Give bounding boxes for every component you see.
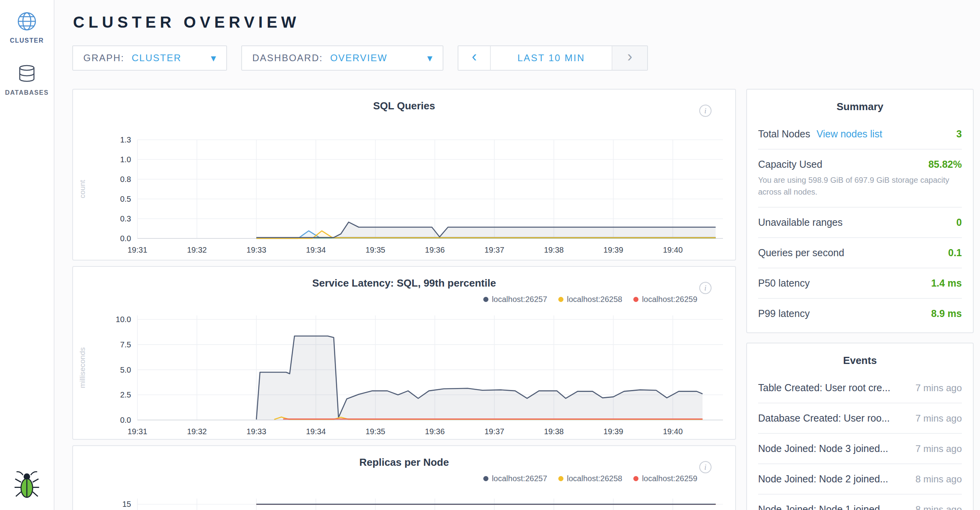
- time-next-button[interactable]: ›: [612, 46, 647, 70]
- chart-svg: 0.00.30.50.81.01.319:3119:3219:3319:3419…: [73, 112, 735, 258]
- sql-queries-panel: SQL Queries i 0.00.30.50.81.01.319:3119:…: [72, 89, 736, 261]
- event-text: Node Joined: Node 2 joined...: [758, 473, 888, 485]
- summary-label: Total Nodes: [758, 128, 810, 140]
- info-icon[interactable]: i: [699, 105, 712, 117]
- database-icon: [17, 63, 36, 85]
- svg-text:19:34: 19:34: [306, 246, 326, 254]
- legend-dot-icon: [558, 297, 563, 302]
- chevron-down-icon: ▾: [211, 52, 216, 64]
- event-row[interactable]: Node Joined: Node 1 joined... 8 mins ago: [758, 495, 962, 510]
- dashboard-dropdown-label: DASHBOARD:: [252, 52, 323, 63]
- event-text: Node Joined: Node 1 joined...: [758, 504, 888, 510]
- dashboard-dropdown-value: OVERVIEW: [330, 52, 387, 63]
- legend-dot-icon: [483, 476, 488, 481]
- svg-text:19:39: 19:39: [603, 427, 623, 436]
- view-nodes-link[interactable]: View nodes list: [817, 128, 882, 140]
- summary-label: P50 latency: [758, 278, 810, 289]
- event-row[interactable]: Database Created: User roo... 7 mins ago: [758, 403, 962, 434]
- svg-text:19:39: 19:39: [603, 246, 623, 254]
- replicas-chart[interactable]: 151019:3119:3219:3319:3419:3519:3619:371…: [73, 483, 735, 510]
- legend-item[interactable]: localhost:26258: [558, 295, 622, 304]
- chart-title: SQL Queries: [73, 97, 735, 112]
- svg-text:count: count: [78, 180, 86, 198]
- legend-label: localhost:26259: [642, 295, 697, 304]
- svg-text:milliseconds: milliseconds: [78, 347, 86, 388]
- svg-text:19:38: 19:38: [544, 246, 564, 254]
- summary-label: Queries per second: [758, 247, 844, 259]
- svg-text:19:32: 19:32: [187, 246, 207, 254]
- legend-item[interactable]: localhost:26259: [633, 295, 697, 304]
- chart-title: Service Latency: SQL, 99th percentile: [73, 274, 735, 289]
- app-root: CLUSTER DATABASES CLUSTER: [0, 0, 980, 510]
- legend-label: localhost:26258: [567, 295, 622, 304]
- replicas-per-node-panel: Replicas per Node i localhost:26257local…: [72, 445, 736, 510]
- sidebar-item-cluster[interactable]: CLUSTER: [10, 11, 44, 44]
- svg-text:7.5: 7.5: [120, 340, 131, 349]
- service-latency-chart[interactable]: 0.02.55.07.510.019:3119:3219:3319:3419:3…: [73, 304, 735, 440]
- time-prev-button[interactable]: ‹: [458, 46, 491, 70]
- svg-text:0.8: 0.8: [120, 175, 131, 184]
- chart-title: Replicas per Node: [73, 453, 735, 469]
- chart-svg: 0.02.55.07.510.019:3119:3219:3319:3419:3…: [73, 304, 735, 440]
- sidebar-item-label: DATABASES: [5, 89, 49, 96]
- legend-label: localhost:26257: [492, 295, 547, 304]
- svg-text:19:35: 19:35: [366, 427, 385, 436]
- summary-value: 8.9 ms: [931, 308, 962, 319]
- svg-text:1.0: 1.0: [120, 155, 131, 164]
- info-icon[interactable]: i: [699, 461, 712, 473]
- summary-value: 1.4 ms: [931, 278, 962, 289]
- sidebar: CLUSTER DATABASES: [0, 0, 54, 510]
- events-panel: Events Table Created: User root cre... 7…: [746, 343, 974, 510]
- event-row[interactable]: Node Joined: Node 3 joined... 7 mins ago: [758, 434, 962, 464]
- svg-text:19:40: 19:40: [663, 246, 683, 254]
- legend-item[interactable]: localhost:26257: [483, 474, 547, 483]
- graph-dropdown-value: CLUSTER: [131, 52, 181, 63]
- event-time: 7 mins ago: [916, 443, 962, 454]
- legend-item[interactable]: localhost:26259: [633, 474, 697, 483]
- summary-value: 3: [956, 128, 962, 140]
- globe-icon: [17, 11, 37, 33]
- summary-label: Capacity Used: [758, 159, 822, 170]
- summary-value: 0: [956, 217, 962, 228]
- svg-text:19:38: 19:38: [544, 427, 564, 436]
- event-text: Table Created: User root cre...: [758, 382, 890, 394]
- summary-panel: Summary Total Nodes View nodes list 3 Ca…: [746, 89, 974, 333]
- cockroach-logo-icon[interactable]: [14, 471, 40, 501]
- legend-dot-icon: [483, 297, 488, 302]
- sidebar-item-databases[interactable]: DATABASES: [5, 63, 49, 96]
- svg-text:19:33: 19:33: [246, 427, 266, 436]
- summary-row-p50-latency: P50 latency 1.4 ms: [758, 268, 962, 299]
- time-range-button[interactable]: LAST 10 MIN: [491, 46, 612, 70]
- event-time: 7 mins ago: [916, 413, 962, 424]
- svg-text:19:31: 19:31: [128, 246, 147, 254]
- event-time: 8 mins ago: [916, 504, 962, 510]
- main-content: CLUSTER OVERVIEW GRAPH: CLUSTER ▾ DASHBO…: [54, 0, 980, 510]
- summary-row-total-nodes: Total Nodes View nodes list 3: [758, 119, 962, 150]
- chart-legend: localhost:26257localhost:26258localhost:…: [73, 469, 735, 483]
- charts-column: SQL Queries i 0.00.30.50.81.01.319:3119:…: [72, 89, 736, 510]
- service-latency-panel: Service Latency: SQL, 99th percentile i …: [72, 266, 736, 440]
- svg-text:19:31: 19:31: [128, 427, 147, 436]
- capacity-subtext: You are using 598.9 GiB of 697.9 GiB sto…: [758, 174, 962, 198]
- sql-queries-chart[interactable]: 0.00.30.50.81.01.319:3119:3219:3319:3419…: [73, 112, 735, 260]
- graph-dropdown[interactable]: GRAPH: CLUSTER ▾: [72, 45, 227, 71]
- legend-item[interactable]: localhost:26258: [558, 474, 622, 483]
- event-row[interactable]: Node Joined: Node 2 joined... 8 mins ago: [758, 464, 962, 495]
- svg-text:19:40: 19:40: [663, 427, 683, 436]
- content-area: SQL Queries i 0.00.30.50.81.01.319:3119:…: [72, 89, 974, 510]
- svg-text:19:32: 19:32: [187, 427, 207, 436]
- summary-value: 85.82%: [928, 159, 962, 170]
- svg-text:0.0: 0.0: [120, 234, 131, 243]
- summary-title: Summary: [758, 90, 962, 119]
- legend-item[interactable]: localhost:26257: [483, 295, 547, 304]
- legend-dot-icon: [633, 297, 638, 302]
- summary-label: P99 latency: [758, 308, 810, 319]
- event-row[interactable]: Table Created: User root cre... 7 mins a…: [758, 373, 962, 403]
- dashboard-controls: GRAPH: CLUSTER ▾ DASHBOARD: OVERVIEW ▾ ‹…: [72, 45, 974, 71]
- info-icon[interactable]: i: [699, 282, 712, 294]
- dashboard-dropdown[interactable]: DASHBOARD: OVERVIEW ▾: [241, 45, 443, 71]
- legend-label: localhost:26259: [642, 474, 697, 483]
- side-column: Summary Total Nodes View nodes list 3 Ca…: [746, 89, 974, 510]
- svg-text:0.0: 0.0: [120, 416, 131, 424]
- svg-text:19:37: 19:37: [484, 427, 504, 436]
